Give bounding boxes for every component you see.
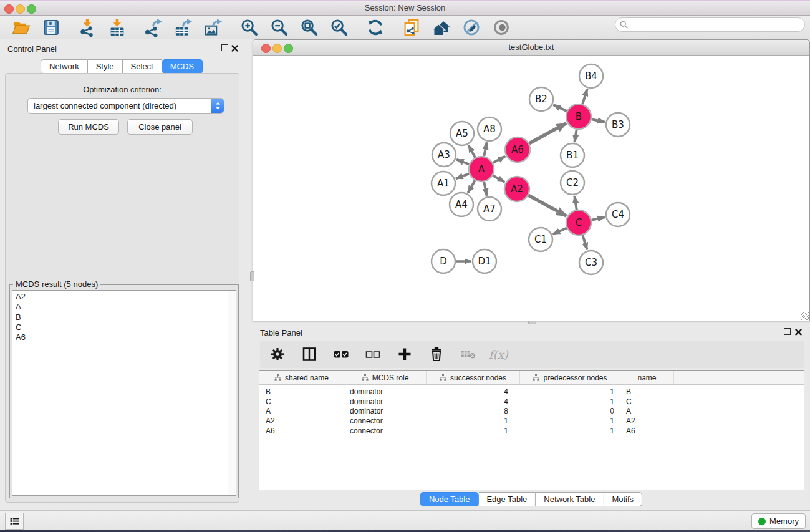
tab-select[interactable]: Select: [123, 59, 162, 74]
float-panel-icon[interactable]: [221, 44, 228, 51]
toolbar-button-show-graphics-details[interactable]: [491, 17, 512, 38]
mcds-result-item[interactable]: C: [12, 322, 228, 332]
table-toolbar-button-settings-gear[interactable]: [269, 346, 286, 363]
result-list-scrollbar[interactable]: [228, 291, 236, 495]
graph-edge-B-B4[interactable]: [582, 89, 587, 104]
graph-edge-C-C3[interactable]: [582, 235, 587, 250]
graph-node-B[interactable]: B: [566, 104, 591, 129]
graph-node-A8[interactable]: A8: [478, 117, 501, 141]
toolbar-button-import-table[interactable]: [107, 17, 128, 38]
toolbar-button-zoom-out[interactable]: [269, 17, 290, 38]
table-toolbar-button-deselect-all[interactable]: [364, 346, 382, 363]
tab-edge-table[interactable]: Edge Table: [478, 492, 536, 506]
graph-node-A5[interactable]: A5: [450, 122, 474, 145]
graph-edge-C-C4[interactable]: [592, 217, 605, 220]
graph-edge-B-B3[interactable]: [592, 119, 605, 122]
graph-edge-C-C1[interactable]: [553, 228, 567, 235]
mcds-result-item[interactable]: B: [12, 312, 228, 322]
graph-node-B2[interactable]: B2: [529, 87, 553, 111]
close-panel-icon[interactable]: [231, 44, 239, 52]
tab-mcds[interactable]: MCDS: [162, 59, 203, 74]
mcds-result-item[interactable]: A6: [12, 332, 228, 342]
toolbar-button-zoom-in[interactable]: [239, 17, 260, 38]
graph-node-A7[interactable]: A7: [478, 197, 501, 221]
graph-node-A2[interactable]: A2: [504, 177, 529, 201]
graph-edge-B-B2[interactable]: [554, 105, 567, 111]
column-header-successor-nodes[interactable]: successor nodes: [427, 371, 520, 384]
toolbar-button-zoom-fit[interactable]: [299, 17, 320, 38]
graph-node-B1[interactable]: B1: [561, 143, 584, 167]
tab-node-table[interactable]: Node Table: [420, 492, 479, 506]
graph-node-C3[interactable]: C3: [579, 251, 603, 274]
toolbar-button-export-network[interactable]: [143, 17, 164, 38]
graph-edge-B-B1[interactable]: [574, 130, 576, 142]
vertical-scrollbar-thumb[interactable]: [250, 271, 254, 281]
graph-edge-A2-C[interactable]: [528, 195, 566, 216]
close-panel-button[interactable]: Close panel: [127, 119, 193, 135]
graph-node-A3[interactable]: A3: [432, 143, 456, 167]
graph-node-C2[interactable]: C2: [561, 171, 584, 195]
toolbar-button-refresh-view[interactable]: [365, 17, 386, 38]
graph-node-C4[interactable]: C4: [606, 203, 630, 226]
graph-edge-A-A7[interactable]: [484, 182, 487, 196]
graph-edge-A-A6[interactable]: [493, 157, 506, 163]
graph-node-A4[interactable]: A4: [450, 193, 473, 216]
tab-network-table[interactable]: Network Table: [536, 492, 604, 506]
show-panels-button[interactable]: [5, 513, 24, 530]
memory-button[interactable]: Memory: [751, 513, 806, 529]
toolbar-button-clone-network[interactable]: [401, 17, 422, 38]
table-toolbar-button-delete-row[interactable]: [428, 346, 445, 363]
toolbar-button-export-image[interactable]: [203, 17, 224, 38]
tab-style[interactable]: Style: [88, 59, 123, 74]
toolbar-button-import-network[interactable]: [77, 17, 98, 38]
toolbar-button-zoom-selected[interactable]: [329, 17, 350, 38]
toolbar-button-toggle-annotations[interactable]: [461, 17, 482, 38]
column-header-mcds-role[interactable]: MCDS role: [344, 371, 427, 384]
graph-edge-A-A4[interactable]: [468, 180, 475, 193]
table-row[interactable]: Bdominator41B: [259, 387, 804, 397]
table-toolbar-button-add-row[interactable]: [396, 346, 413, 363]
toolbar-button-export-table[interactable]: [173, 17, 194, 38]
toolbar-button-save-session[interactable]: [41, 17, 62, 38]
graph-edge-A6-B[interactable]: [529, 123, 567, 143]
graph-edge-A-A8[interactable]: [484, 142, 487, 156]
column-header-name[interactable]: name: [620, 371, 674, 384]
search-input[interactable]: [630, 19, 804, 31]
graph-node-A6[interactable]: A6: [505, 137, 530, 162]
graph-node-B4[interactable]: B4: [579, 64, 603, 88]
tab-network[interactable]: Network: [41, 59, 88, 74]
mcds-result-item[interactable]: A2: [12, 292, 228, 302]
mcds-result-item[interactable]: A: [12, 302, 228, 312]
graph-edge-A-A3[interactable]: [456, 160, 469, 165]
apply-function-button[interactable]: f(x): [489, 348, 508, 361]
run-mcds-button[interactable]: Run MCDS: [58, 119, 119, 135]
float-table-panel-icon[interactable]: [784, 328, 791, 335]
toolbar-button-open-session[interactable]: [11, 17, 32, 38]
network-canvas[interactable]: B4B2BB3A8A5A6A3B1AA1C2A2A4A7C4CC1DD1C3: [253, 56, 809, 321]
close-table-panel-icon[interactable]: [794, 328, 803, 336]
graph-edge-A-A5[interactable]: [468, 145, 475, 158]
table-row[interactable]: Cdominator41C: [259, 397, 804, 407]
resize-grip[interactable]: [801, 312, 809, 320]
toolbar-button-home[interactable]: [431, 17, 452, 38]
graph-node-A1[interactable]: A1: [432, 172, 455, 195]
table-toolbar-button-column-visibility[interactable]: [301, 346, 318, 363]
table-row[interactable]: A2connector11A2: [259, 416, 804, 426]
graph-edge-A-A1[interactable]: [456, 173, 469, 178]
tab-motifs[interactable]: Motifs: [604, 492, 642, 506]
table-toolbar-button-delete-table[interactable]: [460, 346, 477, 363]
optimization-criterion-select[interactable]: largest connected component (directed): [27, 98, 224, 114]
graph-node-A[interactable]: A: [469, 157, 494, 181]
column-header-shared-name[interactable]: shared name: [259, 371, 344, 384]
table-toolbar-button-select-all[interactable]: [332, 346, 350, 363]
graph-node-D1[interactable]: D1: [473, 249, 496, 273]
graph-node-C1[interactable]: C1: [529, 228, 552, 251]
table-row[interactable]: A6connector11A6: [259, 426, 804, 436]
column-header-predecessor-nodes[interactable]: predecessor nodes: [520, 371, 620, 384]
table-row[interactable]: Adominator80A: [259, 406, 804, 416]
graph-node-C[interactable]: C: [566, 210, 591, 235]
graph-node-D[interactable]: D: [432, 249, 455, 273]
graph-edge-A-A2[interactable]: [493, 175, 504, 182]
graph-edge-C-C2[interactable]: [574, 196, 577, 210]
graph-node-B3[interactable]: B3: [606, 113, 630, 137]
